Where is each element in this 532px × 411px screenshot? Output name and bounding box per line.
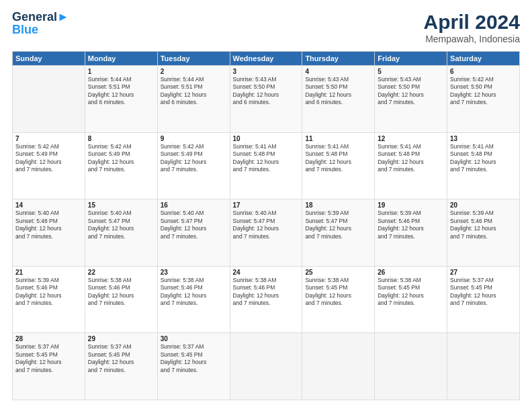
table-row: 5Sunrise: 5:43 AM Sunset: 5:50 PM Daylig… [375,66,447,133]
cell-info: Sunrise: 5:43 AM Sunset: 5:50 PM Dayligh… [378,76,444,107]
day-number: 15 [88,201,154,209]
page: General► Blue April 2024 Mempawah, Indon… [0,0,532,411]
table-row: 24Sunrise: 5:38 AM Sunset: 5:46 PM Dayli… [230,266,302,333]
logo: General► Blue [12,11,69,37]
table-row [302,333,375,400]
table-row: 25Sunrise: 5:38 AM Sunset: 5:45 PM Dayli… [302,266,375,333]
header: General► Blue April 2024 Mempawah, Indon… [12,11,520,44]
table-row: 22Sunrise: 5:38 AM Sunset: 5:46 PM Dayli… [85,266,157,333]
cell-info: Sunrise: 5:41 AM Sunset: 5:48 PM Dayligh… [233,143,300,174]
cell-info: Sunrise: 5:43 AM Sunset: 5:50 PM Dayligh… [233,76,300,107]
title-block: April 2024 Mempawah, Indonesia [424,11,520,44]
table-row: 17Sunrise: 5:40 AM Sunset: 5:47 PM Dayli… [230,199,302,267]
col-tuesday: Tuesday [157,52,230,66]
table-row: 4Sunrise: 5:43 AM Sunset: 5:50 PM Daylig… [302,66,375,133]
cell-info: Sunrise: 5:42 AM Sunset: 5:49 PM Dayligh… [15,143,82,174]
table-row: 12Sunrise: 5:41 AM Sunset: 5:48 PM Dayli… [375,132,447,199]
cell-info: Sunrise: 5:38 AM Sunset: 5:45 PM Dayligh… [378,277,444,308]
table-row: 1Sunrise: 5:44 AM Sunset: 5:51 PM Daylig… [85,66,157,133]
cell-info: Sunrise: 5:42 AM Sunset: 5:49 PM Dayligh… [161,143,227,174]
table-row: 15Sunrise: 5:40 AM Sunset: 5:47 PM Dayli… [85,199,157,267]
table-row: 3Sunrise: 5:43 AM Sunset: 5:50 PM Daylig… [230,66,302,133]
day-number: 7 [15,135,82,142]
calendar-week-row: 28Sunrise: 5:37 AM Sunset: 5:45 PM Dayli… [13,333,520,400]
table-row [447,333,520,400]
day-number: 11 [305,135,371,142]
table-row: 2Sunrise: 5:44 AM Sunset: 5:51 PM Daylig… [157,66,230,133]
calendar-table: Sunday Monday Tuesday Wednesday Thursday… [12,51,520,400]
table-row: 20Sunrise: 5:39 AM Sunset: 5:46 PM Dayli… [447,199,520,267]
day-number: 27 [450,269,517,276]
table-row: 27Sunrise: 5:37 AM Sunset: 5:45 PM Dayli… [447,266,520,333]
day-number: 8 [88,135,154,142]
calendar-week-row: 7Sunrise: 5:42 AM Sunset: 5:49 PM Daylig… [13,132,520,199]
table-row: 10Sunrise: 5:41 AM Sunset: 5:48 PM Dayli… [230,132,302,199]
day-number: 22 [88,269,154,276]
cell-info: Sunrise: 5:40 AM Sunset: 5:47 PM Dayligh… [88,210,154,240]
calendar-header-row: Sunday Monday Tuesday Wednesday Thursday… [13,52,520,66]
cell-info: Sunrise: 5:43 AM Sunset: 5:50 PM Dayligh… [305,76,371,107]
day-number: 21 [15,269,82,276]
cell-info: Sunrise: 5:40 AM Sunset: 5:47 PM Dayligh… [161,210,227,240]
day-number: 10 [233,135,300,142]
day-number: 5 [378,68,444,75]
day-number: 14 [15,201,82,209]
table-row: 21Sunrise: 5:39 AM Sunset: 5:46 PM Dayli… [13,266,85,333]
day-number: 6 [450,68,517,75]
logo-text: General► [12,11,69,24]
cell-info: Sunrise: 5:41 AM Sunset: 5:48 PM Dayligh… [378,143,444,174]
day-number: 17 [233,201,300,209]
col-wednesday: Wednesday [230,52,302,66]
day-number: 13 [450,135,517,142]
table-row: 6Sunrise: 5:42 AM Sunset: 5:50 PM Daylig… [447,66,520,133]
calendar-week-row: 14Sunrise: 5:40 AM Sunset: 5:48 PM Dayli… [13,199,520,267]
cell-info: Sunrise: 5:39 AM Sunset: 5:46 PM Dayligh… [15,277,82,308]
table-row: 8Sunrise: 5:42 AM Sunset: 5:49 PM Daylig… [85,132,157,199]
day-number: 23 [161,269,227,276]
table-row: 16Sunrise: 5:40 AM Sunset: 5:47 PM Dayli… [157,199,230,267]
cell-info: Sunrise: 5:40 AM Sunset: 5:47 PM Dayligh… [233,210,300,240]
col-friday: Friday [375,52,447,66]
table-row: 11Sunrise: 5:41 AM Sunset: 5:48 PM Dayli… [302,132,375,199]
day-number: 1 [88,68,154,75]
day-number: 25 [305,269,371,276]
cell-info: Sunrise: 5:39 AM Sunset: 5:46 PM Dayligh… [378,210,444,240]
cell-info: Sunrise: 5:42 AM Sunset: 5:49 PM Dayligh… [88,143,154,174]
cell-info: Sunrise: 5:37 AM Sunset: 5:45 PM Dayligh… [161,343,227,374]
table-row: 30Sunrise: 5:37 AM Sunset: 5:45 PM Dayli… [157,333,230,400]
table-row: 26Sunrise: 5:38 AM Sunset: 5:45 PM Dayli… [375,266,447,333]
calendar-week-row: 1Sunrise: 5:44 AM Sunset: 5:51 PM Daylig… [13,66,520,133]
day-number: 30 [161,335,227,342]
day-number: 19 [378,201,444,209]
day-number: 2 [161,68,227,75]
day-number: 24 [233,269,300,276]
table-row: 28Sunrise: 5:37 AM Sunset: 5:45 PM Dayli… [13,333,85,400]
cell-info: Sunrise: 5:37 AM Sunset: 5:45 PM Dayligh… [15,343,82,374]
table-row: 18Sunrise: 5:39 AM Sunset: 5:47 PM Dayli… [302,199,375,267]
cell-info: Sunrise: 5:38 AM Sunset: 5:46 PM Dayligh… [161,277,227,308]
col-saturday: Saturday [447,52,520,66]
table-row: 7Sunrise: 5:42 AM Sunset: 5:49 PM Daylig… [13,132,85,199]
cell-info: Sunrise: 5:38 AM Sunset: 5:46 PM Dayligh… [233,277,300,308]
calendar-week-row: 21Sunrise: 5:39 AM Sunset: 5:46 PM Dayli… [13,266,520,333]
table-row [375,333,447,400]
table-row [13,66,85,133]
cell-info: Sunrise: 5:44 AM Sunset: 5:51 PM Dayligh… [161,76,227,107]
day-number: 29 [88,335,154,342]
month-title: April 2024 [424,11,520,34]
table-row: 14Sunrise: 5:40 AM Sunset: 5:48 PM Dayli… [13,199,85,267]
table-row: 13Sunrise: 5:41 AM Sunset: 5:48 PM Dayli… [447,132,520,199]
cell-info: Sunrise: 5:42 AM Sunset: 5:50 PM Dayligh… [450,76,517,107]
col-monday: Monday [85,52,157,66]
cell-info: Sunrise: 5:37 AM Sunset: 5:45 PM Dayligh… [450,277,517,308]
table-row: 9Sunrise: 5:42 AM Sunset: 5:49 PM Daylig… [157,132,230,199]
day-number: 20 [450,201,517,209]
day-number: 28 [15,335,82,342]
table-row: 23Sunrise: 5:38 AM Sunset: 5:46 PM Dayli… [157,266,230,333]
cell-info: Sunrise: 5:39 AM Sunset: 5:47 PM Dayligh… [305,210,371,240]
location-subtitle: Mempawah, Indonesia [424,34,520,44]
day-number: 16 [161,201,227,209]
day-number: 3 [233,68,300,75]
cell-info: Sunrise: 5:38 AM Sunset: 5:46 PM Dayligh… [88,277,154,308]
day-number: 4 [305,68,371,75]
